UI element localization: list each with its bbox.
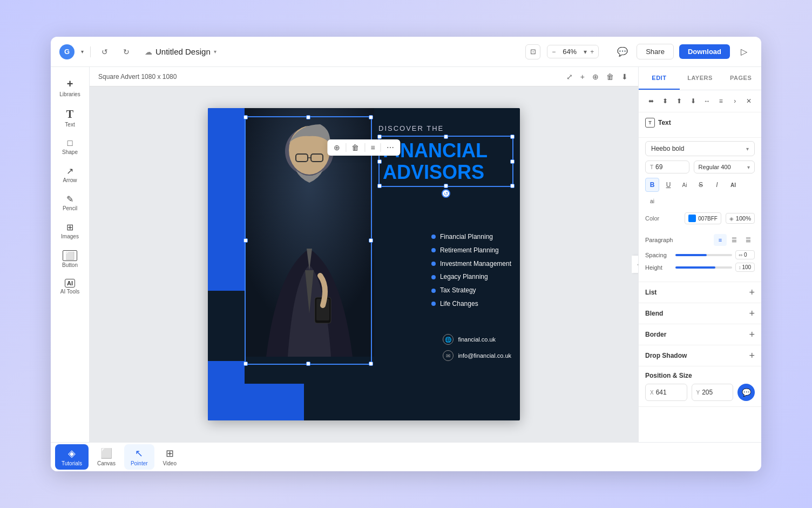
para-align-left[interactable]: ≡ bbox=[714, 234, 727, 246]
zoom-minus-button[interactable]: − bbox=[552, 48, 556, 56]
redo-button[interactable]: ↻ bbox=[119, 44, 134, 59]
share-button[interactable]: Share bbox=[637, 44, 674, 59]
ai2-button[interactable]: AI bbox=[726, 178, 740, 192]
sidebar-item-ai-tools[interactable]: AI AI Tools bbox=[54, 275, 86, 299]
main-title: FINANCIAL ADVISORS bbox=[383, 140, 509, 183]
panel-collapse-arrow[interactable]: ‹ bbox=[632, 256, 638, 273]
bold-button[interactable]: B bbox=[645, 178, 659, 192]
opacity-value: 100% bbox=[736, 215, 751, 222]
text-action-align-icon[interactable]: ≡ bbox=[368, 142, 377, 153]
logo-button[interactable]: G bbox=[59, 44, 75, 59]
sidebar-item-button[interactable]: ⬜ Button bbox=[54, 246, 86, 272]
font-weight-dropdown[interactable]: Regular 400 ▾ bbox=[694, 161, 755, 173]
tab-edit[interactable]: EDIT bbox=[639, 67, 680, 90]
title-handle-bl[interactable] bbox=[377, 184, 382, 188]
rotate-handle[interactable]: ↺ bbox=[442, 189, 450, 198]
canvas-add-icon[interactable]: + bbox=[579, 71, 586, 83]
opacity-box[interactable]: ◈ 100% bbox=[726, 213, 755, 224]
list-section-plus-icon[interactable]: + bbox=[749, 288, 755, 297]
canvas-viewport[interactable]: ⊕ 🗑 ≡ ⋯ DISCOVER THE bbox=[90, 86, 638, 442]
align-center-icon[interactable]: ⬍ bbox=[659, 95, 671, 108]
canvas-duplicate-icon[interactable]: ⊕ bbox=[591, 71, 600, 83]
title-handle-ml[interactable] bbox=[377, 159, 382, 164]
para-align-right[interactable]: ☰ bbox=[742, 234, 755, 246]
pos-y-field[interactable]: Y 205 bbox=[692, 384, 734, 401]
tutorials-button[interactable]: ◈ Tutorials bbox=[55, 444, 89, 470]
comment-button[interactable]: 💬 bbox=[614, 43, 631, 61]
title-handle-tl[interactable] bbox=[377, 135, 382, 139]
align-middle-icon[interactable]: ⬇ bbox=[687, 95, 699, 108]
border-section[interactable]: Border + bbox=[639, 324, 761, 345]
sidebar-item-text[interactable]: T Text bbox=[54, 104, 86, 132]
arrow-icon: ↗ bbox=[66, 166, 73, 176]
height-input[interactable]: ↕ 100 bbox=[735, 263, 755, 272]
sidebar-item-label: Pencil bbox=[63, 205, 77, 211]
title-handle-tr[interactable] bbox=[510, 135, 515, 139]
align-more-icon[interactable]: › bbox=[729, 95, 741, 108]
text-action-delete-icon[interactable]: 🗑 bbox=[349, 142, 361, 153]
paragraph-section: Paragraph ≡ ☰ ☰ Spacing ⇔ 0 bbox=[639, 228, 761, 282]
strikethrough-button[interactable]: S bbox=[694, 178, 708, 192]
list-item: Life Changes bbox=[431, 299, 511, 309]
blend-section[interactable]: Blend + bbox=[639, 303, 761, 324]
spacing-input[interactable]: ⇔ 0 bbox=[735, 250, 755, 259]
tab-layers[interactable]: LAYERS bbox=[680, 67, 721, 90]
pointer-button[interactable]: ↖ Pointer bbox=[124, 444, 154, 470]
bottom-bar: ◈ Tutorials ⬜ Canvas ↖ Pointer ⊞ Video bbox=[51, 442, 761, 471]
opacity-icon: ◈ bbox=[729, 216, 734, 222]
resize-handle-bm[interactable] bbox=[306, 362, 310, 366]
drop-shadow-section-plus-icon[interactable]: + bbox=[749, 351, 755, 360]
ai1-button[interactable]: Ai bbox=[678, 178, 692, 192]
zoom-plus-button[interactable]: + bbox=[590, 48, 594, 56]
canvas-delete-icon[interactable]: 🗑 bbox=[605, 71, 615, 83]
align-top-icon[interactable]: ⬆ bbox=[673, 95, 685, 108]
title-handle-br[interactable] bbox=[510, 184, 515, 188]
title-area[interactable]: ☁ Untitled Design ▾ bbox=[140, 45, 221, 58]
color-swatch-button[interactable]: 007BFF bbox=[685, 212, 721, 224]
download-button[interactable]: Download bbox=[679, 44, 730, 59]
canvas-download-icon[interactable]: ⬇ bbox=[620, 71, 630, 83]
canvas-button[interactable]: ⬜ Canvas bbox=[91, 444, 122, 470]
title-handle-mr[interactable] bbox=[510, 159, 515, 164]
align-extra-icon[interactable]: ✕ bbox=[743, 95, 755, 108]
font-select-dropdown[interactable]: Heebo bold ▾ bbox=[645, 141, 755, 156]
pos-x-field[interactable]: X 641 bbox=[645, 384, 687, 401]
undo-button[interactable]: ↺ bbox=[97, 44, 112, 59]
list-section[interactable]: List + bbox=[639, 282, 761, 303]
height-slider[interactable] bbox=[675, 266, 732, 269]
border-section-plus-icon[interactable]: + bbox=[749, 330, 755, 339]
distribute-h-icon[interactable]: ↔ bbox=[701, 95, 713, 108]
blend-section-plus-icon[interactable]: + bbox=[749, 309, 755, 318]
spacing-slider-fill bbox=[675, 254, 707, 256]
distribute-v-icon[interactable]: ≡ bbox=[715, 95, 727, 108]
font-size-value: 69 bbox=[655, 163, 662, 171]
fit-button[interactable]: ⊡ bbox=[525, 44, 540, 59]
sidebar-item-shape[interactable]: □ Shape bbox=[54, 134, 86, 159]
ai3-button[interactable]: ai bbox=[645, 194, 659, 208]
align-left-icon[interactable]: ⬌ bbox=[645, 95, 657, 108]
spacing-slider[interactable] bbox=[675, 254, 732, 256]
video-button[interactable]: ⊞ Video bbox=[157, 444, 183, 470]
sidebar-item-images[interactable]: ⊞ Images bbox=[54, 218, 86, 244]
italic-button[interactable]: I bbox=[710, 178, 724, 192]
zoom-dropdown-icon[interactable]: ▾ bbox=[584, 48, 587, 56]
chat-button[interactable]: 💬 bbox=[737, 384, 755, 401]
sidebar-item-pencil[interactable]: ✎ Pencil bbox=[54, 190, 86, 216]
tab-pages[interactable]: PAGES bbox=[720, 67, 761, 90]
logo-chevron-icon: ▾ bbox=[81, 49, 84, 55]
font-size-field[interactable]: T 69 bbox=[645, 161, 689, 173]
drop-shadow-section[interactable]: Drop Shadow + bbox=[639, 345, 761, 366]
resize-handle-br[interactable] bbox=[369, 362, 373, 366]
sidebar-item-arrow[interactable]: ↗ Arrow bbox=[54, 162, 86, 188]
canvas-resize-icon[interactable]: ⤢ bbox=[565, 71, 574, 83]
title-handle-tm[interactable] bbox=[444, 135, 448, 139]
height-label: Height bbox=[645, 264, 672, 271]
bullet-icon bbox=[431, 302, 436, 306]
title-handle-bm[interactable] bbox=[444, 184, 448, 188]
play-button[interactable]: ▷ bbox=[735, 43, 753, 61]
sidebar-item-libraries[interactable]: + Libraries bbox=[54, 73, 86, 102]
text-action-more-icon[interactable]: ⋯ bbox=[384, 142, 396, 153]
para-align-center[interactable]: ☰ bbox=[728, 234, 741, 246]
underline-button[interactable]: U bbox=[661, 178, 675, 192]
text-action-copy-icon[interactable]: ⊕ bbox=[331, 142, 342, 153]
